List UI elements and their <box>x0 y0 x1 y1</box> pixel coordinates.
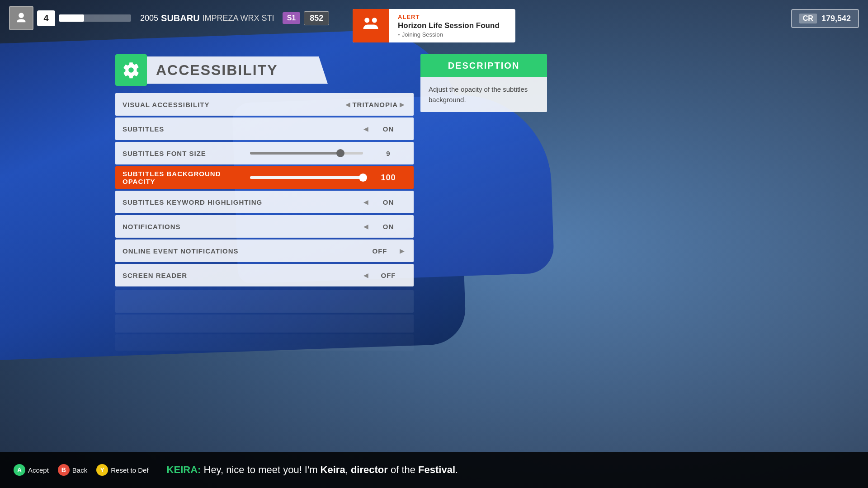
description-body: Adjust the opacity of the subtitles back… <box>420 77 547 112</box>
subtitle-text-mid1: , <box>345 464 351 475</box>
setting-subtitles[interactable]: SUBTITLES ◀ ON <box>115 117 414 140</box>
gear-icon <box>122 61 140 79</box>
subtitle-bold-1: Keira <box>321 464 345 475</box>
setting-value-subtitles: ON <box>370 125 406 133</box>
description-text: Adjust the opacity of the subtitles back… <box>429 84 539 105</box>
player-level: 4 <box>37 10 55 26</box>
car-year: 2005 <box>140 14 158 23</box>
btn-a-icon: A <box>14 464 25 476</box>
btn-y-icon: Y <box>96 464 108 476</box>
player-info: 4 2005 SUBARU IMPREZA WRX STI S1 852 <box>9 6 329 30</box>
xp-bar-fill <box>59 14 84 22</box>
setting-label-visual: VISUAL ACCESSIBILITY <box>123 101 344 108</box>
description-panel: DESCRIPTION Adjust the opacity of the su… <box>420 54 547 112</box>
cr-value: 179,542 <box>821 14 851 23</box>
control-accept: A Accept <box>14 464 49 476</box>
setting-visual-accessibility[interactable]: VISUAL ACCESSIBILITY ◀ TRITANOPIA ▶ <box>115 93 414 116</box>
setting-value-font-size: 9 <box>370 150 406 157</box>
controls-hint: A Accept B Back Y Reset to Def <box>14 464 149 476</box>
ghost-rows <box>115 288 414 351</box>
ghost-row-3 <box>115 334 414 351</box>
alert-notification: ALERT Horizon Life Session Found Joining… <box>353 9 515 42</box>
setting-label-reader: SCREEN READER <box>123 272 362 279</box>
setting-value-reader: OFF <box>370 272 406 279</box>
group-icon <box>361 14 381 38</box>
setting-online-notifications[interactable]: ONLINE EVENT NOTIFICATIONS OFF ▶ <box>115 239 414 262</box>
setting-label-font-size: SUBTITLES FONT SIZE <box>123 150 243 157</box>
car-name: 2005 SUBARU IMPREZA WRX STI <box>140 13 274 23</box>
alert-status: Joining Session <box>398 31 506 38</box>
arrow-left-notifications[interactable]: ◀ <box>362 223 370 230</box>
ghost-row-1 <box>115 290 414 313</box>
setting-label-online: ONLINE EVENT NOTIFICATIONS <box>123 247 362 255</box>
setting-value-visual: TRITANOPIA <box>352 101 398 108</box>
control-reset-label: Reset to Def <box>111 466 148 474</box>
setting-font-size[interactable]: SUBTITLES FONT SIZE 9 <box>115 142 414 164</box>
bg-opacity-slider-thumb[interactable] <box>359 174 367 182</box>
setting-label-subtitles: SUBTITLES <box>123 125 362 133</box>
xp-bar <box>59 14 131 22</box>
bg-opacity-slider-track[interactable] <box>250 176 363 179</box>
bg-opacity-slider-fill <box>250 176 363 179</box>
cr-label: CR <box>799 14 817 23</box>
accessibility-title: ACCESSIBILITY <box>147 56 328 84</box>
alert-session-name: Horizon Life Session Found <box>398 21 506 30</box>
control-accept-label: Accept <box>28 466 49 474</box>
setting-label-keyword: SUBTITLES KEYWORD HIGHLIGHTING <box>123 198 362 206</box>
gear-icon-box <box>115 54 147 86</box>
setting-notifications[interactable]: NOTIFICATIONS ◀ ON <box>115 215 414 238</box>
subtitle-bar: A Accept B Back Y Reset to Def KEIRA: He… <box>0 452 868 488</box>
subtitle-text-before: Hey, nice to meet you! I'm <box>201 464 320 475</box>
subtitle-text-mid2: of the <box>388 464 418 475</box>
setting-value-bg-opacity: 100 <box>370 173 406 183</box>
setting-bg-opacity[interactable]: SUBTITLES BACKGROUND OPACITY 100 <box>115 166 414 189</box>
arrow-left-subtitles[interactable]: ◀ <box>362 125 370 132</box>
ghost-row-2 <box>115 314 414 333</box>
subtitle-bold-2: director <box>351 464 388 475</box>
font-size-slider-thumb[interactable] <box>336 149 344 157</box>
description-title: DESCRIPTION <box>448 61 520 70</box>
setting-screen-reader[interactable]: SCREEN READER ◀ OFF <box>115 264 414 286</box>
font-size-slider-track[interactable] <box>250 152 363 155</box>
subtitle-text: KEIRA: Hey, nice to meet you! I'm Keira,… <box>167 464 854 476</box>
pi-value: 852 <box>304 11 329 25</box>
settings-list[interactable]: VISUAL ACCESSIBILITY ◀ TRITANOPIA ▶ SUBT… <box>115 93 414 351</box>
subtitle-text-end: . <box>455 464 458 475</box>
btn-b-icon: B <box>58 464 70 476</box>
arrow-left-reader[interactable]: ◀ <box>362 272 370 279</box>
control-back: B Back <box>58 464 87 476</box>
subtitle-bold-3: Festival <box>418 464 455 475</box>
svg-point-0 <box>364 18 369 23</box>
font-size-slider-fill <box>250 152 340 155</box>
class-badge: S1 <box>283 12 301 24</box>
alert-icon-area <box>353 9 389 42</box>
accessibility-panel: ACCESSIBILITY VISUAL ACCESSIBILITY ◀ TRI… <box>115 54 414 351</box>
arrow-left-keyword[interactable]: ◀ <box>362 198 370 206</box>
alert-title: ALERT <box>398 14 506 20</box>
setting-value-online: OFF <box>362 247 398 255</box>
avatar <box>9 6 33 30</box>
accessibility-header: ACCESSIBILITY <box>115 54 414 86</box>
arrow-left-visual[interactable]: ◀ <box>344 101 352 108</box>
arrow-right-online[interactable]: ▶ <box>398 247 406 254</box>
cr-display: CR 179,542 <box>791 9 859 28</box>
setting-value-keyword: ON <box>370 198 406 206</box>
car-brand: SUBARU <box>161 13 200 23</box>
setting-label-notifications: NOTIFICATIONS <box>123 223 362 230</box>
subtitle-speaker: KEIRA: <box>167 464 201 475</box>
arrow-right-visual[interactable]: ▶ <box>398 101 406 108</box>
setting-keyword-highlight[interactable]: SUBTITLES KEYWORD HIGHLIGHTING ◀ ON <box>115 191 414 213</box>
description-header: DESCRIPTION <box>420 54 547 77</box>
control-reset: Y Reset to Def <box>96 464 148 476</box>
setting-value-notifications: ON <box>370 223 406 230</box>
setting-label-bg-opacity: SUBTITLES BACKGROUND OPACITY <box>123 170 243 185</box>
svg-point-1 <box>372 18 377 23</box>
control-back-label: Back <box>72 466 87 474</box>
car-model: IMPREZA WRX STI <box>203 14 274 23</box>
alert-content: ALERT Horizon Life Session Found Joining… <box>389 9 515 42</box>
